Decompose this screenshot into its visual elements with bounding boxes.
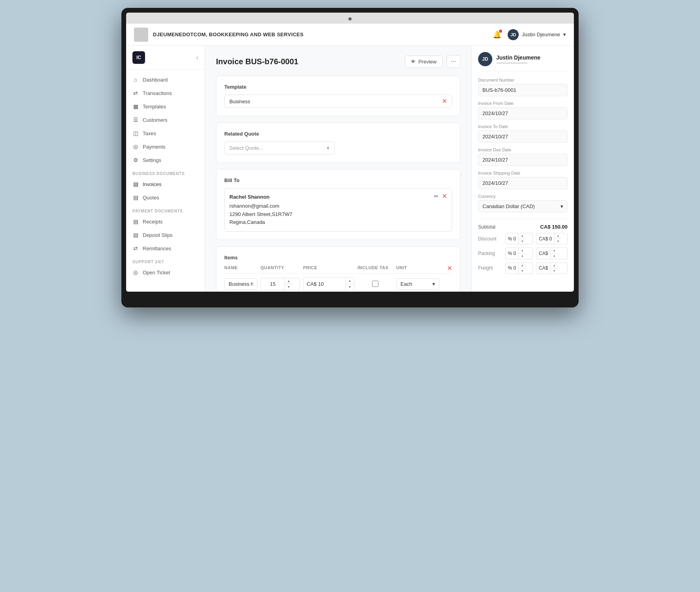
packing-cas-down[interactable]: ▼ [551,254,558,259]
more-options-button[interactable]: ··· [447,55,460,68]
discount-pct-up[interactable]: ▲ [519,233,526,239]
invoice-due-value[interactable]: 2024/10/27 [478,154,568,166]
invoice-from-value[interactable]: 2024/10/27 [478,107,568,119]
sidebar-label-invoices: Invoices [143,181,162,187]
freight-pct-down[interactable]: ▼ [519,268,526,274]
unit-select[interactable]: Each ▾ [396,278,439,290]
sidebar-item-quotes[interactable]: ▤ Quotes [126,191,205,204]
discount-cas-up[interactable]: ▲ [555,233,562,239]
freight-row: Freight % 0 ▲ ▼ CA$ [478,262,568,274]
currency-chevron-icon: ▾ [560,203,563,209]
remove-customer-button[interactable]: ✕ [442,193,447,199]
related-quote-select[interactable]: Select Quote... ▾ [224,141,335,155]
template-label: Template [224,84,452,90]
sidebar-item-invoices[interactable]: ▤ Invoices [126,177,205,191]
support-section-label: SUPPORT 24/7 [126,255,205,266]
sidebar-label-templates: Templates [143,104,166,110]
unit-value: Each [400,281,412,287]
sidebar-item-open-ticket[interactable]: ◎ Open Ticket [126,266,205,279]
sidebar-item-payments[interactable]: ◎ Payments [126,140,205,153]
right-panel: JD Justin Djeumene Document Number BUS-b… [471,46,574,292]
template-value: Business [229,99,250,104]
include-tax-checkbox[interactable] [372,281,378,287]
packing-pct-up[interactable]: ▲ [519,248,526,253]
col-quantity: Quantity [261,265,300,270]
doc-number-value: BUS-b76-0001 [478,84,568,96]
discount-cas-stepper: ▲ ▼ [554,233,562,244]
freight-cas-down[interactable]: ▼ [551,268,558,274]
sidebar-item-transactions[interactable]: ⇄ Transactions [126,86,205,100]
edit-customer-button[interactable]: ✏ [434,193,439,199]
quantity-input[interactable] [261,279,285,289]
user-menu[interactable]: JD Justin Djeumene ▾ [508,29,566,40]
invoice-shipping-value[interactable]: 2024/10/27 [478,177,568,189]
sidebar-nav: ⌂ Dashboard ⇄ Transactions ▦ Templates [126,70,205,292]
doc-number-group: Document Number BUS-b76-0001 [478,78,568,96]
template-clear-button[interactable]: ✕ [442,98,447,104]
invoice-shipping-label: Invoice Shipping Date [478,171,568,175]
discount-cas-down[interactable]: ▼ [555,239,562,244]
sidebar-item-settings[interactable]: ⚙ Settings [126,153,205,167]
sidebar-label-taxes: Taxes [143,130,156,136]
sidebar-item-remittances[interactable]: ⇄ Remittances [126,242,205,255]
invoice-from-group: Invoice From Date 2024/10/27 [478,101,568,119]
currency-value: Canadian Dollar (CAD) [482,203,535,209]
app-logo[interactable]: IC [132,51,145,64]
items-label: Items [224,255,452,261]
packing-cas-input: CA$ ▲ ▼ [536,248,568,259]
invoice-to-value[interactable]: 2024/10/27 [478,130,568,143]
col-include-tax: Include Tax [357,265,393,270]
deposit-slips-icon: ▤ [132,232,139,238]
sidebar-item-customers[interactable]: ☰ Customers [126,113,205,127]
discount-pct-down[interactable]: ▼ [519,239,526,244]
quantity-up[interactable]: ▲ [285,278,292,284]
price-up[interactable]: ▲ [346,278,354,284]
currency-select[interactable]: Canadian Dollar (CAD) ▾ [478,200,568,212]
notification-button[interactable]: 🔔 [493,30,501,39]
customer-address: 1290 Albert Street,S1R7W7 [229,210,292,219]
customer-email: rshannon@gmail.com [229,202,292,210]
sidebar-item-deposit-slips[interactable]: ▤ Deposit Slips [126,228,205,242]
packing-pct-stepper: ▲ ▼ [518,248,526,259]
bill-to-card: Rachel Shannon rshannon@gmail.com 1290 A… [224,188,452,232]
remittances-icon: ⇄ [132,245,139,251]
currency-label: Currency [478,194,568,199]
page-title: Invoice BUS-b76-0001 [216,57,298,66]
freight-cas-up[interactable]: ▲ [551,263,558,268]
preview-button[interactable]: 👁 Preview [405,56,442,68]
item-name-input[interactable] [224,278,257,290]
include-tax-field [357,281,393,287]
sidebar-item-dashboard[interactable]: ⌂ Dashboard [126,73,205,86]
remove-item-button[interactable]: ✕ [447,265,452,272]
packing-cas-value: CA$ [536,249,550,258]
customer-info: Justin Djeumene [496,54,540,64]
customer-avatar: JD [478,52,492,66]
sidebar-item-receipts[interactable]: ▤ Receipts [126,215,205,228]
sidebar-item-taxes[interactable]: ◫ Taxes [126,127,205,140]
collapse-button[interactable]: ‹ [196,54,198,61]
invoice-to-label: Invoice To Date [478,124,568,129]
subtotal-value: CA$ 150.00 [540,224,568,230]
currency-group: Currency Canadian Dollar (CAD) ▾ [478,194,568,212]
doc-number-label: Document Number [478,78,568,82]
unit-chevron-icon: ▾ [432,281,435,287]
eye-icon: 👁 [411,59,416,65]
quantity-down[interactable]: ▼ [285,284,292,290]
price-down[interactable]: ▼ [346,284,354,290]
open-ticket-icon: ◎ [132,269,139,276]
summary-section: Subtotal CA$ 150.00 Discount % 0 ▲ ▼ [478,219,568,274]
freight-cas-value: CA$ [536,264,550,272]
sidebar-item-templates[interactable]: ▦ Templates [126,100,205,113]
packing-pct-down[interactable]: ▼ [519,254,526,259]
freight-pct-up[interactable]: ▲ [519,263,526,268]
customer-display-name: Justin Djeumene [496,54,540,61]
discount-pct-value: % 0 [506,235,519,243]
company-name: DJEUMENEDOTCOM, BOOKKEEPING AND WEB SERV… [153,32,303,37]
col-name: Name [224,265,257,270]
col-price: Price [303,265,354,270]
invoice-due-group: Invoice Due Date 2024/10/27 [478,147,568,166]
template-field: Business ✕ [224,95,452,108]
packing-cas-up[interactable]: ▲ [551,248,558,253]
sidebar-label-dashboard: Dashboard [143,77,168,83]
quantity-stepper: ▲ ▼ [285,278,292,290]
